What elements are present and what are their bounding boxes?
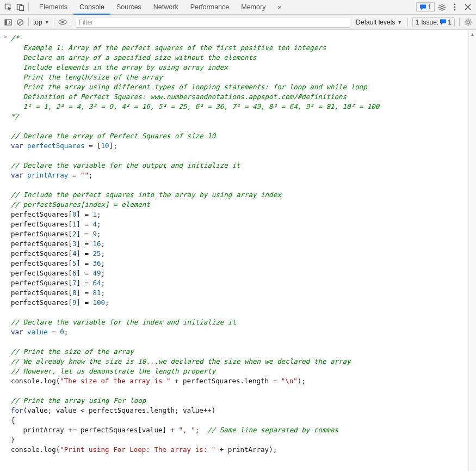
tab-performance[interactable]: Performance bbox=[184, 0, 236, 15]
comment: // We already know the size is 10...we d… bbox=[11, 357, 351, 365]
identifier: printArray bbox=[27, 171, 68, 179]
context-selector[interactable]: top ▼ bbox=[31, 19, 52, 26]
comment: Include elements in the array by using a… bbox=[11, 63, 228, 71]
svg-point-22 bbox=[61, 21, 64, 23]
settings-gear-icon[interactable] bbox=[436, 1, 448, 13]
number: 4 bbox=[93, 220, 97, 228]
toggle-sidebar-icon[interactable] bbox=[2, 16, 14, 28]
svg-point-12 bbox=[454, 4, 456, 5]
tab-network[interactable]: Network bbox=[147, 0, 184, 15]
string: "\n" bbox=[281, 377, 298, 385]
separator bbox=[71, 18, 71, 27]
string: "" bbox=[81, 171, 89, 179]
comment: Declare an array of a specified size wit… bbox=[11, 53, 257, 62]
svg-rect-18 bbox=[5, 20, 7, 25]
kebab-menu-icon[interactable] bbox=[449, 1, 461, 13]
svg-line-11 bbox=[443, 5, 444, 6]
svg-point-14 bbox=[454, 9, 456, 11]
comment: Print the length/size of the array bbox=[11, 73, 162, 81]
keyword: var bbox=[11, 142, 23, 150]
identifier: perfectSquares bbox=[27, 142, 84, 150]
comment: Definition of Perfect Squares: www.numbe… bbox=[11, 93, 347, 101]
number: 36 bbox=[93, 259, 101, 267]
number: 100 bbox=[93, 298, 106, 307]
separator bbox=[459, 18, 460, 27]
number: 2 bbox=[72, 230, 77, 238]
number: 9 bbox=[93, 230, 97, 238]
live-expression-icon[interactable] bbox=[57, 16, 69, 28]
log-levels-selector[interactable]: Default levels ▼ bbox=[353, 19, 405, 26]
number: 6 bbox=[72, 269, 77, 277]
number: 8 bbox=[72, 289, 77, 297]
number: 3 bbox=[72, 240, 77, 248]
comment: // Declare the variable for the index an… bbox=[11, 318, 236, 326]
close-devtools-icon[interactable] bbox=[462, 1, 474, 13]
comment: 1² = 1, 2² = 4, 3² = 9, 4² = 16, 5² = 25… bbox=[11, 102, 379, 111]
comment: // Print the array using For loop bbox=[11, 396, 146, 405]
code-block[interactable]: /* Example 1: Array of the perfect squar… bbox=[11, 30, 468, 471]
messages-badge[interactable]: 1 bbox=[416, 2, 435, 12]
number: 25 bbox=[93, 249, 101, 258]
svg-line-20 bbox=[18, 20, 22, 25]
number: 49 bbox=[93, 269, 101, 277]
console-settings-gear-icon[interactable] bbox=[462, 16, 474, 28]
filter-input[interactable] bbox=[76, 17, 351, 28]
separator bbox=[28, 18, 29, 27]
svg-line-28 bbox=[466, 20, 467, 21]
console-toolbar: top ▼ Default levels ▼ 1 Issue: 1 bbox=[0, 15, 476, 30]
messages-count: 1 bbox=[428, 3, 431, 11]
comment: // Declare the array of Perfect Squares … bbox=[11, 132, 215, 140]
number: 5 bbox=[72, 259, 77, 267]
string: "The size of the array is " bbox=[60, 377, 170, 385]
tab-overflow[interactable]: » bbox=[271, 0, 287, 15]
svg-rect-2 bbox=[20, 5, 24, 10]
devtools-topbar: Elements Console Sources Network Perform… bbox=[0, 0, 476, 15]
comment: // Include the perfect squares into the … bbox=[11, 191, 281, 199]
separator bbox=[28, 3, 29, 11]
tab-sources[interactable]: Sources bbox=[110, 0, 147, 15]
number: 0 bbox=[60, 328, 64, 336]
string: "Print using For Loop: The array is: " bbox=[60, 445, 215, 454]
prompt-gutter: > bbox=[0, 30, 11, 471]
dropdown-triangle-icon: ▼ bbox=[397, 20, 402, 25]
comment: // Print the size of the array bbox=[11, 347, 134, 356]
svg-point-13 bbox=[454, 7, 456, 8]
tab-console[interactable]: Console bbox=[73, 0, 110, 15]
number: 7 bbox=[72, 279, 77, 287]
number: 64 bbox=[93, 279, 101, 287]
tab-elements[interactable]: Elements bbox=[33, 0, 73, 15]
comment: Print the array using different types of… bbox=[11, 83, 367, 91]
svg-line-30 bbox=[466, 23, 467, 25]
main-tabs: Elements Console Sources Network Perform… bbox=[33, 0, 416, 15]
comment: // perfectSquares[index] = element bbox=[11, 200, 150, 209]
keyword: for bbox=[11, 406, 23, 414]
svg-line-10 bbox=[440, 9, 441, 10]
vertical-scrollbar[interactable]: ▴ bbox=[468, 30, 476, 471]
issues-pill[interactable]: 1 Issue: 1 bbox=[412, 17, 455, 27]
svg-point-23 bbox=[467, 21, 469, 23]
topbar-right: 1 bbox=[416, 1, 474, 13]
svg-point-3 bbox=[441, 6, 443, 8]
console-body: > /* Example 1: Array of the perfect squ… bbox=[0, 30, 476, 471]
keyword: var bbox=[11, 328, 23, 336]
comment: // Declare the variable for the output a… bbox=[11, 161, 240, 169]
separator bbox=[54, 18, 54, 27]
comment: // Same line separated by commas bbox=[207, 426, 338, 434]
tab-memory[interactable]: Memory bbox=[235, 0, 271, 15]
scroll-up-arrow-icon[interactable]: ▴ bbox=[469, 31, 476, 37]
issues-label: 1 Issue: bbox=[416, 19, 438, 26]
clear-console-icon[interactable] bbox=[14, 16, 26, 28]
context-label: top bbox=[33, 19, 42, 26]
comment: // However, let us demonstrate the lengt… bbox=[11, 367, 215, 375]
number: 4 bbox=[72, 249, 77, 258]
svg-line-31 bbox=[469, 20, 471, 21]
separator bbox=[407, 18, 408, 27]
svg-line-29 bbox=[469, 23, 471, 25]
inspect-icon[interactable] bbox=[2, 1, 14, 13]
string: ", " bbox=[179, 426, 195, 434]
number: 16 bbox=[93, 240, 101, 248]
keyword: var bbox=[11, 171, 23, 179]
number: 1 bbox=[72, 220, 77, 228]
device-toggle-icon[interactable] bbox=[14, 1, 26, 13]
comment: Example 1: Array of the perfect squares … bbox=[11, 44, 326, 52]
